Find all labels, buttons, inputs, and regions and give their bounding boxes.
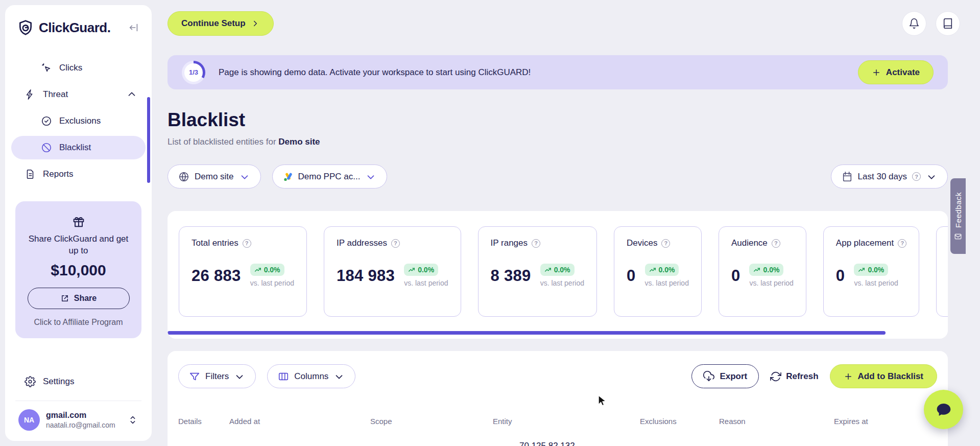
help-icon[interactable]	[243, 239, 251, 248]
filters-button[interactable]: Filters	[178, 364, 256, 388]
entity-cell: 70.125.82.132	[493, 441, 640, 446]
stat-card-total-entries: Total entries 26 883 0.0% vs. last perio…	[179, 226, 307, 317]
trend-up-icon	[408, 266, 415, 273]
document-icon	[25, 169, 36, 180]
clickguard-logo-icon	[17, 19, 34, 36]
click-icon	[41, 62, 52, 74]
setup-progress-value: 1/3	[184, 63, 203, 82]
filters-label: Filters	[205, 371, 229, 382]
chevron-down-icon	[239, 171, 250, 182]
sidebar-scrollbar[interactable]	[147, 97, 150, 183]
help-icon[interactable]	[661, 239, 670, 248]
share-button[interactable]: Share	[28, 288, 130, 309]
page-title: Blacklist	[168, 109, 948, 131]
topbar: Continue Setup	[168, 11, 948, 36]
ppc-account-selector[interactable]: Demo PPC ac...	[272, 165, 388, 189]
sidebar-item-label: Threat	[43, 89, 68, 100]
bolt-icon	[25, 89, 36, 100]
chat-launcher-button[interactable]	[924, 390, 963, 429]
help-icon[interactable]	[898, 239, 906, 248]
banner-message: Page is showing demo data. Activate your…	[219, 67, 531, 78]
stat-label: App placement	[836, 238, 894, 248]
stat-value: 8 389	[491, 267, 531, 285]
promo-heading: Share ClickGuard and get up to	[25, 233, 132, 257]
continue-setup-button[interactable]: Continue Setup	[168, 11, 274, 36]
trend-badge: 0.0%	[540, 264, 575, 276]
feedback-label: Feedback	[954, 192, 963, 228]
activate-button[interactable]: Activate	[858, 60, 934, 84]
refresh-button[interactable]: Refresh	[770, 371, 818, 382]
stat-value: 0	[836, 267, 845, 285]
column-header-details: Details	[178, 417, 229, 426]
sidebar-item-clicks[interactable]: Clicks	[11, 56, 146, 80]
column-header-scope: Scope	[370, 417, 493, 426]
sidebar-bottom: Settings NA gmail.com naatali.ro@gmail.c…	[5, 370, 152, 431]
trend-up-icon	[254, 266, 261, 273]
shield-check-icon	[41, 115, 52, 127]
unfold-icon	[127, 414, 138, 426]
export-button[interactable]: Export	[691, 364, 759, 388]
site-selector-value: Demo site	[195, 172, 234, 182]
gift-icon	[71, 215, 86, 229]
sidebar-item-exclusions[interactable]: Exclusions	[11, 109, 146, 133]
chevron-down-icon	[234, 371, 245, 382]
sidebar-item-blacklist[interactable]: Blacklist	[11, 136, 146, 159]
setup-progress-ring: 1/3	[182, 61, 205, 84]
user-email: naatali.ro@gmail.com	[46, 421, 115, 429]
column-header-exclusions: Exclusions	[640, 417, 719, 426]
stats-horizontal-scrollbar[interactable]	[168, 331, 948, 335]
docs-button[interactable]	[936, 11, 960, 36]
sidebar-item-label: Reports	[43, 169, 74, 179]
site-selector[interactable]: Demo site	[168, 165, 261, 189]
avatar: NA	[18, 409, 40, 431]
user-menu[interactable]: NA gmail.com naatali.ro@gmail.com	[15, 401, 141, 431]
ban-icon	[41, 142, 52, 153]
columns-label: Columns	[294, 371, 328, 382]
sidebar-item-threat[interactable]: Threat	[11, 83, 146, 106]
ppc-account-value: Demo PPC ac...	[298, 172, 361, 182]
demo-data-banner: 1/3 Page is showing demo data. Activate …	[168, 55, 948, 89]
notifications-button[interactable]	[902, 11, 926, 36]
stat-value: 0	[731, 267, 740, 285]
bell-icon	[909, 18, 920, 29]
stat-card-domain-placement: Domain pla 0 0.0% vs. last per	[936, 226, 948, 317]
sidebar-item-reports[interactable]: Reports	[11, 162, 146, 186]
chevron-down-icon	[365, 171, 376, 182]
chevron-down-icon	[926, 171, 937, 182]
refresh-icon	[770, 371, 781, 382]
stats-panel: Total entries 26 883 0.0% vs. last perio…	[168, 211, 948, 339]
stat-sub: vs. last period	[250, 278, 294, 288]
stat-sub: vs. last period	[645, 278, 689, 288]
help-icon[interactable]	[772, 239, 780, 248]
scrollbar-thumb[interactable]	[168, 331, 886, 335]
stat-card-app-placement: App placement 0 0.0% vs. last period	[823, 226, 919, 317]
add-to-blacklist-button[interactable]: Add to Blacklist	[830, 364, 937, 388]
app-title: ClickGuard.	[39, 20, 110, 36]
help-icon[interactable]	[391, 239, 400, 248]
stat-sub: vs. last period	[749, 278, 793, 288]
globe-icon	[178, 171, 189, 182]
collapse-sidebar-button[interactable]	[128, 22, 139, 33]
trend-up-icon	[649, 266, 656, 273]
date-range-selector[interactable]: Last 30 days	[831, 165, 948, 189]
trend-badge: 0.0%	[854, 264, 888, 276]
main-content: Continue Setup 1/3 Page is	[152, 0, 980, 446]
page-subtitle: List of blacklisted entities for Demo si…	[168, 137, 948, 147]
table-row[interactable]: 70.125.82.132	[178, 441, 937, 446]
trend-up-icon	[858, 266, 865, 273]
sidebar-item-label: Exclusions	[59, 116, 101, 126]
settings-button[interactable]: Settings	[11, 370, 146, 393]
feedback-tab[interactable]: Feedback	[950, 178, 966, 254]
stats-row: Total entries 26 883 0.0% vs. last perio…	[179, 226, 937, 317]
stat-label: Devices	[627, 238, 657, 248]
settings-label: Settings	[43, 377, 74, 387]
google-ads-icon	[283, 172, 293, 182]
trend-value: 0.0%	[659, 266, 675, 274]
sidebar-item-label: Clicks	[59, 63, 82, 73]
columns-button[interactable]: Columns	[267, 364, 355, 388]
help-icon[interactable]	[532, 239, 540, 248]
help-icon[interactable]	[912, 172, 921, 181]
column-header-entity: Entity	[493, 417, 640, 426]
trend-value: 0.0%	[554, 266, 570, 274]
affiliate-program-link[interactable]: Click to Affiliate Program	[34, 318, 123, 327]
